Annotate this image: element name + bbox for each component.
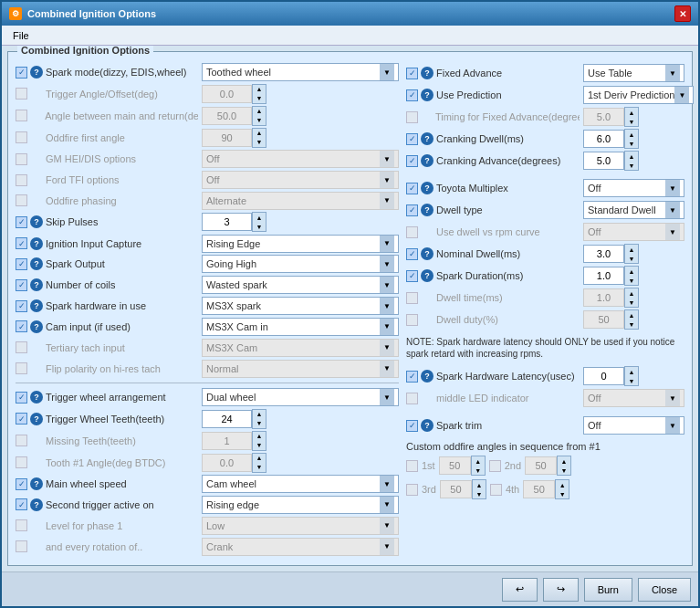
spark-hw-dropdown[interactable]: MS3X spark ▼ <box>202 297 399 315</box>
trigger-teeth-input[interactable] <box>202 410 252 428</box>
use-pred-dropdown[interactable]: 1st Deriv Prediction ▼ <box>583 86 694 104</box>
num-coils-row: ? Number of coils Wasted spark ▼ <box>16 276 399 295</box>
crank-adv-check[interactable] <box>406 155 418 167</box>
skip-pulses-spinner[interactable]: ▲ ▼ <box>252 212 266 232</box>
fixed-adv-check[interactable] <box>406 68 418 79</box>
use-pred-help[interactable]: ? <box>421 89 434 101</box>
num-coils-dropdown[interactable]: Wasted spark ▼ <box>202 276 399 294</box>
spark-output-dropdown[interactable]: Going High ▼ <box>202 255 399 273</box>
use-pred-value: 1st Deriv Prediction <box>588 89 674 100</box>
spark-trim-dropdown[interactable]: Off ▼ <box>583 416 684 435</box>
trigger-teeth-up[interactable]: ▲ <box>253 410 266 419</box>
burn-button[interactable]: Burn <box>584 578 632 602</box>
cam-input-check[interactable] <box>16 320 27 332</box>
dwell-type-dropdown[interactable]: Standard Dwell ▼ <box>583 201 684 219</box>
spark-mode-check[interactable] <box>16 67 27 79</box>
spark-dur-up[interactable]: ▲ <box>625 267 638 276</box>
oddfire-1st-check <box>406 460 418 472</box>
nominal-dwell-up[interactable]: ▲ <box>625 245 638 254</box>
toyota-mux-help[interactable]: ? <box>421 182 434 194</box>
nominal-dwell-down[interactable]: ▼ <box>625 254 638 263</box>
spark-trim-help[interactable]: ? <box>421 419 434 432</box>
spark-hw-lat-up[interactable]: ▲ <box>625 367 638 376</box>
spark-output-help[interactable]: ? <box>30 257 43 270</box>
spark-dur-input[interactable] <box>583 267 624 285</box>
spark-hw-help[interactable]: ? <box>30 299 43 312</box>
trigger-wheel-check[interactable] <box>16 392 27 404</box>
nominal-dwell-spinner[interactable]: ▲ ▼ <box>624 244 639 264</box>
spark-hw-check[interactable] <box>16 300 27 312</box>
ign-input-cap-check[interactable] <box>16 237 27 249</box>
timing-fixed-down: ▼ <box>625 117 638 126</box>
skip-pulses-check[interactable] <box>16 216 27 228</box>
ign-input-cap-help[interactable]: ? <box>30 237 43 250</box>
toyota-mux-dropdown[interactable]: Off ▼ <box>583 179 684 197</box>
use-pred-check[interactable] <box>406 89 418 101</box>
close-button[interactable]: Close <box>638 578 691 602</box>
fixed-adv-help[interactable]: ? <box>421 67 434 79</box>
spark-dur-down[interactable]: ▼ <box>625 276 638 285</box>
cam-input-help[interactable]: ? <box>30 320 43 333</box>
fixed-adv-dropdown[interactable]: Use Table ▼ <box>583 64 684 82</box>
spark-hw-lat-check[interactable] <box>406 371 418 383</box>
skip-pulses-input[interactable] <box>202 213 252 231</box>
nominal-dwell-input[interactable] <box>583 245 624 263</box>
spark-mode-help[interactable]: ? <box>30 66 43 79</box>
main-wheel-help[interactable]: ? <box>30 477 43 490</box>
second-trig-check[interactable] <box>16 498 27 510</box>
oddfire-4th-label: 4th <box>506 484 519 495</box>
spark-dur-help[interactable]: ? <box>421 269 434 282</box>
crank-adv-input-group: ▲ ▼ <box>583 151 639 171</box>
crank-dwell-help[interactable]: ? <box>421 132 434 145</box>
main-wheel-dropdown[interactable]: Cam wheel ▼ <box>202 475 399 493</box>
crank-adv-input[interactable] <box>583 152 624 170</box>
main-wheel-check[interactable] <box>16 478 27 490</box>
num-coils-check[interactable] <box>16 279 27 291</box>
crank-adv-help[interactable]: ? <box>421 154 434 167</box>
second-trig-help[interactable]: ? <box>30 498 43 511</box>
crank-adv-down[interactable]: ▼ <box>625 161 638 170</box>
ign-input-cap-dropdown[interactable]: Rising Edge ▼ <box>202 235 399 253</box>
crank-dwell-check[interactable] <box>406 133 418 145</box>
dwell-duty-input <box>583 310 624 329</box>
nominal-dwell-help[interactable]: ? <box>421 247 434 260</box>
spark-dur-check[interactable] <box>406 270 418 282</box>
cam-input-dropdown[interactable]: MS3X Cam in ▼ <box>202 318 399 336</box>
trigger-wheel-dropdown[interactable]: Dual wheel ▼ <box>202 388 399 406</box>
spark-mode-dropdown[interactable]: Toothed wheel ▼ <box>202 63 399 81</box>
trigger-teeth-down[interactable]: ▼ <box>253 419 266 428</box>
tooth1-angle-input-group: ▲ ▼ <box>202 453 266 473</box>
crank-dwell-spinner[interactable]: ▲ ▼ <box>624 129 639 149</box>
second-trig-dropdown[interactable]: Rising edge ▼ <box>202 496 399 514</box>
file-menu[interactable]: File <box>5 28 37 43</box>
trigger-teeth-check[interactable] <box>16 413 27 425</box>
undo-button[interactable]: ↩ <box>502 578 538 602</box>
spark-dur-spinner[interactable]: ▲ ▼ <box>624 266 639 286</box>
spark-trim-check[interactable] <box>406 420 418 432</box>
skip-pulses-help[interactable]: ? <box>30 215 43 228</box>
mid-led-check <box>406 393 418 404</box>
crank-dwell-up[interactable]: ▲ <box>625 130 638 139</box>
spark-hw-lat-spinner[interactable]: ▲ ▼ <box>624 366 639 386</box>
crank-adv-spinner[interactable]: ▲ ▼ <box>624 151 639 171</box>
crank-dwell-down[interactable]: ▼ <box>625 139 638 148</box>
crank-dwell-input[interactable] <box>583 130 624 148</box>
skip-pulses-up[interactable]: ▲ <box>253 213 266 222</box>
num-coils-help[interactable]: ? <box>30 278 43 291</box>
redo-button[interactable]: ↪ <box>543 578 579 602</box>
spark-hw-lat-help[interactable]: ? <box>421 370 434 383</box>
toyota-mux-value: Off <box>588 183 665 194</box>
dwell-type-help[interactable]: ? <box>421 204 434 216</box>
trigger-wheel-help[interactable]: ? <box>30 391 43 404</box>
spark-output-check[interactable] <box>16 258 27 270</box>
skip-pulses-down[interactable]: ▼ <box>253 222 266 231</box>
spark-hw-lat-down[interactable]: ▼ <box>625 376 638 385</box>
dwell-type-check[interactable] <box>406 204 418 216</box>
spark-hw-lat-input[interactable] <box>583 367 624 385</box>
trigger-teeth-spinner[interactable]: ▲ ▼ <box>252 409 266 429</box>
toyota-mux-check[interactable] <box>406 183 418 194</box>
nominal-dwell-check[interactable] <box>406 248 418 260</box>
close-window-button[interactable]: ✕ <box>674 5 691 22</box>
trigger-teeth-help[interactable]: ? <box>30 413 43 425</box>
crank-adv-up[interactable]: ▲ <box>625 152 638 161</box>
